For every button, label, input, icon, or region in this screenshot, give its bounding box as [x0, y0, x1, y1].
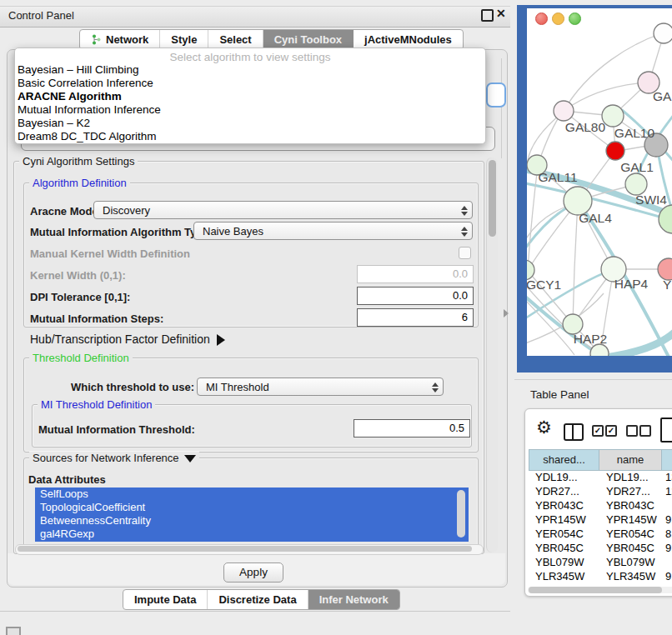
- tab-label: Discretize Data: [218, 590, 296, 609]
- network-node-gal1[interactable]: [606, 142, 624, 160]
- algorithm-option[interactable]: Bayesian – Hill Climbing: [15, 63, 485, 77]
- network-node-label: GAL1: [620, 160, 654, 174]
- manual-kernel-label: Manual Kernel Width Definition: [30, 248, 190, 260]
- attribute-item[interactable]: TopologicalCoefficient: [35, 501, 469, 514]
- table-row[interactable]: YBR043CYBR043C: [529, 499, 672, 513]
- network-node-label: GAL11: [538, 170, 577, 184]
- table-row[interactable]: YDR27...YDR27...12: [529, 485, 672, 499]
- tab-network[interactable]: Network: [80, 30, 160, 49]
- control-panel-titlebar: [0, 6, 510, 28]
- attribute-item[interactable]: SelfLoops: [35, 488, 469, 501]
- network-node-label: HAP2: [574, 332, 608, 346]
- dpi-tolerance-field[interactable]: 0.0: [357, 287, 474, 305]
- cyni-settings-title: Cyni Algorithm Settings: [19, 155, 138, 168]
- table-cell: YPR145W: [599, 513, 663, 528]
- mi-threshold-label: Mutual Information Threshold:: [38, 423, 195, 436]
- table-row[interactable]: YER054CYER054C8.: [529, 528, 672, 542]
- table-cell: YBL079W: [599, 556, 663, 570]
- which-threshold-select[interactable]: MI Threshold: [197, 378, 444, 396]
- attributes-scrollbar[interactable]: [457, 490, 465, 538]
- hub-definition-expander[interactable]: Hub/Transcription Factor Definition: [30, 332, 225, 346]
- table-cell: YLR345W: [529, 570, 599, 584]
- network-node-gal80[interactable]: [554, 101, 574, 121]
- algorithm-combo-focus-fragment[interactable]: [486, 82, 506, 108]
- sources-title-row[interactable]: Sources for Network Inference: [29, 452, 199, 464]
- splitpane-collapse-icon[interactable]: [504, 309, 509, 318]
- checked-checkbox-icon[interactable]: ✓: [592, 425, 604, 437]
- tab-style[interactable]: Style: [160, 30, 208, 49]
- apply-button[interactable]: Apply: [223, 562, 283, 582]
- which-threshold-label: Which threshold to use:: [71, 381, 194, 393]
- attribute-item[interactable]: BetweennessCentrality: [35, 514, 469, 528]
- collapse-down-icon: [184, 455, 196, 462]
- close-icon[interactable]: ✕: [496, 7, 506, 20]
- tab-cyni-toolbox[interactable]: Cyni Toolbox: [263, 30, 354, 49]
- which-threshold-value: MI Threshold: [206, 381, 269, 393]
- network-node-label: HAP4: [614, 277, 649, 291]
- stepper-arrows-icon: [459, 225, 469, 238]
- unchecked-checkbox-icon[interactable]: [626, 425, 638, 437]
- data-attributes-label: Data Attributes: [28, 473, 106, 486]
- table-row[interactable]: YPR145WYPR145W9.: [529, 513, 672, 528]
- algorithm-option[interactable]: ARACNE Algorithm: [15, 90, 485, 103]
- table-cell: YBR043C: [529, 499, 599, 513]
- network-node[interactable]: [654, 23, 672, 43]
- table-row[interactable]: YDL19...YDL19...13: [529, 471, 672, 485]
- aracne-mode-select[interactable]: Discovery: [93, 201, 473, 219]
- algorithm-option[interactable]: Dream8 DC_TDC Algorithm: [15, 130, 485, 143]
- mi-steps-field[interactable]: 6: [357, 308, 474, 327]
- table-row[interactable]: YBL079WYBL079W: [529, 556, 672, 570]
- column-header-clipped[interactable]: [661, 449, 672, 471]
- page-icon[interactable]: [660, 418, 672, 442]
- table-cell: YER054C: [529, 528, 599, 542]
- table-cell: YLR345W: [599, 570, 663, 584]
- corner-widget[interactable]: [6, 627, 21, 635]
- mi-type-select[interactable]: Naive Bayes: [193, 222, 473, 240]
- table-cell: [663, 499, 672, 513]
- table-row[interactable]: YLR345WYLR345W9.: [529, 570, 672, 584]
- stepper-arrows-icon: [430, 381, 440, 394]
- attribute-item[interactable]: gal4RGexp: [35, 528, 469, 541]
- algorithm-option[interactable]: Mutual Information Inference: [15, 103, 485, 117]
- column-header-name[interactable]: name: [599, 449, 662, 471]
- tab-select[interactable]: Select: [208, 30, 263, 49]
- tab-label: jActiveMNodules: [364, 30, 452, 49]
- kernel-width-field[interactable]: 0.0: [357, 265, 474, 283]
- network-canvas[interactable]: GALGAL80GAL10GAL1SWI4GAL11GAL4GCY1HAP4YH…: [527, 8, 672, 356]
- table-panel: ⚙ ✓ ✓ shared... name YDL19...YDL19...13Y…: [524, 408, 672, 597]
- settings-vertical-scrollbar[interactable]: [486, 158, 498, 552]
- panel-bottom-divider: [0, 611, 510, 612]
- checked-checkbox-icon[interactable]: ✓: [605, 425, 617, 437]
- column-header-shared[interactable]: shared...: [529, 449, 599, 471]
- mi-threshold-field[interactable]: 0.5: [354, 419, 470, 438]
- tab-impute-data[interactable]: Impute Data: [123, 590, 208, 609]
- network-node-label: GAL10: [614, 126, 655, 140]
- float-window-icon[interactable]: [481, 9, 494, 22]
- aracne-mode-label: Aracne Mode:: [30, 205, 102, 218]
- unchecked-checkbox-icon[interactable]: [639, 425, 651, 437]
- tab-label: Cyni Toolbox: [274, 30, 342, 49]
- table-cell: YBL079W: [529, 556, 599, 570]
- algorithm-option[interactable]: Basic Correlation Inference: [15, 77, 485, 90]
- tab-infer-network[interactable]: Infer Network: [308, 590, 399, 609]
- screen: Control Panel ✕ NetworkStyleSelectCyni T…: [0, 0, 672, 635]
- gear-icon[interactable]: ⚙: [536, 416, 552, 439]
- manual-kernel-checkbox[interactable]: [459, 247, 471, 259]
- network-node-label: GAL80: [565, 120, 606, 134]
- table-cell: YBR045C: [599, 542, 663, 556]
- settings-horizontal-scrollbar[interactable]: [15, 544, 484, 555]
- algorithm-option[interactable]: Bayesian – K2: [15, 117, 485, 130]
- table-columns-icon[interactable]: [564, 423, 584, 441]
- table-cell: YPR145W: [529, 513, 599, 528]
- table-horizontal-scrollbar[interactable]: [528, 587, 672, 593]
- tab-discretize-data[interactable]: Discretize Data: [208, 590, 308, 609]
- cyni-bottom-tabbar: Impute DataDiscretize DataInfer Network: [123, 589, 400, 610]
- hidden-groupbox-edge: [501, 58, 502, 158]
- table-body: YDL19...YDL19...13YDR27...YDR27...12YBR0…: [529, 471, 672, 587]
- tab-jactivemnodules[interactable]: jActiveMNodules: [354, 30, 463, 49]
- table-header: shared... name: [529, 449, 672, 471]
- aracne-mode-value: Discovery: [103, 204, 150, 217]
- mi-type-value: Naive Bayes: [203, 225, 263, 238]
- table-row[interactable]: YBR045CYBR045C9.: [529, 542, 672, 556]
- tab-label: Style: [171, 30, 197, 49]
